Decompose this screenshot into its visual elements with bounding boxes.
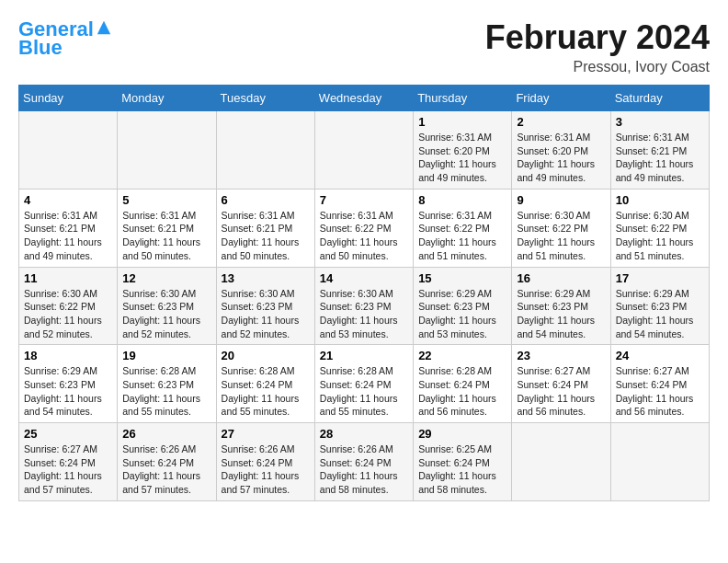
- day-info: Sunrise: 6:30 AM Sunset: 6:22 PM Dayligh…: [517, 209, 605, 263]
- page-header: General Blue February 2024 Pressou, Ivor…: [18, 18, 710, 75]
- header-row: SundayMondayTuesdayWednesdayThursdayFrid…: [19, 86, 710, 111]
- calendar-cell: 5Sunrise: 6:31 AM Sunset: 6:21 PM Daylig…: [118, 189, 216, 267]
- title-block: February 2024 Pressou, Ivory Coast: [485, 18, 710, 75]
- day-info: Sunrise: 6:29 AM Sunset: 6:23 PM Dayligh…: [418, 287, 506, 341]
- header-cell-friday: Friday: [512, 86, 610, 111]
- day-number: 23: [517, 349, 605, 362]
- calendar-cell: 14Sunrise: 6:30 AM Sunset: 6:23 PM Dayli…: [314, 267, 413, 345]
- header-cell-wednesday: Wednesday: [314, 86, 413, 111]
- day-number: 1: [418, 115, 506, 129]
- day-info: Sunrise: 6:25 AM Sunset: 6:24 PM Dayligh…: [418, 442, 506, 497]
- day-number: 3: [616, 115, 704, 129]
- day-number: 16: [517, 271, 605, 285]
- calendar-cell: 27Sunrise: 6:26 AM Sunset: 6:24 PM Dayli…: [216, 423, 314, 501]
- day-number: 29: [418, 427, 506, 441]
- day-info: Sunrise: 6:31 AM Sunset: 6:20 PM Dayligh…: [418, 131, 506, 185]
- day-info: Sunrise: 6:30 AM Sunset: 6:23 PM Dayligh…: [222, 287, 310, 341]
- svg-marker-0: [97, 21, 110, 34]
- calendar-week-1: 4Sunrise: 6:31 AM Sunset: 6:21 PM Daylig…: [19, 189, 710, 267]
- day-info: Sunrise: 6:26 AM Sunset: 6:24 PM Dayligh…: [320, 442, 408, 497]
- calendar-cell: 18Sunrise: 6:29 AM Sunset: 6:23 PM Dayli…: [19, 345, 118, 423]
- calendar-cell: 10Sunrise: 6:30 AM Sunset: 6:22 PM Dayli…: [610, 189, 709, 267]
- calendar-cell: 17Sunrise: 6:29 AM Sunset: 6:23 PM Dayli…: [610, 267, 709, 345]
- calendar-cell: 11Sunrise: 6:30 AM Sunset: 6:22 PM Dayli…: [19, 267, 118, 345]
- calendar-cell: 21Sunrise: 6:28 AM Sunset: 6:24 PM Dayli…: [314, 345, 413, 423]
- day-number: 15: [418, 271, 506, 285]
- calendar-cell: [118, 111, 216, 190]
- calendar-cell: [610, 423, 709, 501]
- day-number: 25: [24, 427, 112, 441]
- calendar-cell: 29Sunrise: 6:25 AM Sunset: 6:24 PM Dayli…: [414, 423, 512, 501]
- day-number: 19: [122, 349, 210, 362]
- day-info: Sunrise: 6:31 AM Sunset: 6:21 PM Dayligh…: [222, 209, 310, 263]
- calendar-cell: 19Sunrise: 6:28 AM Sunset: 6:23 PM Dayli…: [118, 345, 216, 423]
- calendar-week-4: 25Sunrise: 6:27 AM Sunset: 6:24 PM Dayli…: [19, 423, 710, 501]
- calendar-header: SundayMondayTuesdayWednesdayThursdayFrid…: [19, 86, 710, 111]
- calendar-table: SundayMondayTuesdayWednesdayThursdayFrid…: [18, 85, 710, 501]
- day-info: Sunrise: 6:31 AM Sunset: 6:21 PM Dayligh…: [122, 209, 210, 263]
- day-info: Sunrise: 6:31 AM Sunset: 6:21 PM Dayligh…: [24, 209, 112, 263]
- calendar-cell: 4Sunrise: 6:31 AM Sunset: 6:21 PM Daylig…: [19, 189, 118, 267]
- day-number: 9: [517, 193, 605, 207]
- day-info: Sunrise: 6:26 AM Sunset: 6:24 PM Dayligh…: [122, 442, 210, 497]
- header-cell-sunday: Sunday: [19, 86, 118, 111]
- day-info: Sunrise: 6:28 AM Sunset: 6:24 PM Dayligh…: [222, 364, 310, 419]
- calendar-cell: 22Sunrise: 6:28 AM Sunset: 6:24 PM Dayli…: [414, 345, 512, 423]
- day-number: 20: [222, 349, 310, 362]
- day-info: Sunrise: 6:29 AM Sunset: 6:23 PM Dayligh…: [517, 287, 605, 341]
- day-info: Sunrise: 6:31 AM Sunset: 6:20 PM Dayligh…: [517, 131, 605, 185]
- day-number: 2: [517, 115, 605, 129]
- day-number: 21: [320, 349, 408, 362]
- day-info: Sunrise: 6:27 AM Sunset: 6:24 PM Dayligh…: [616, 364, 704, 419]
- calendar-cell: 24Sunrise: 6:27 AM Sunset: 6:24 PM Dayli…: [610, 345, 709, 423]
- calendar-cell: 28Sunrise: 6:26 AM Sunset: 6:24 PM Dayli…: [314, 423, 413, 501]
- calendar-week-2: 11Sunrise: 6:30 AM Sunset: 6:22 PM Dayli…: [19, 267, 710, 345]
- day-info: Sunrise: 6:28 AM Sunset: 6:24 PM Dayligh…: [418, 364, 506, 419]
- day-number: 4: [24, 193, 112, 207]
- day-number: 5: [122, 193, 210, 207]
- header-cell-monday: Monday: [118, 86, 216, 111]
- day-info: Sunrise: 6:30 AM Sunset: 6:23 PM Dayligh…: [122, 287, 210, 341]
- calendar-cell: 16Sunrise: 6:29 AM Sunset: 6:23 PM Dayli…: [512, 267, 610, 345]
- day-info: Sunrise: 6:26 AM Sunset: 6:24 PM Dayligh…: [222, 442, 310, 497]
- day-number: 22: [418, 349, 506, 362]
- day-number: 8: [418, 193, 506, 207]
- day-info: Sunrise: 6:27 AM Sunset: 6:24 PM Dayligh…: [24, 442, 112, 497]
- day-number: 28: [320, 427, 408, 441]
- calendar-cell: 6Sunrise: 6:31 AM Sunset: 6:21 PM Daylig…: [216, 189, 314, 267]
- calendar-week-3: 18Sunrise: 6:29 AM Sunset: 6:23 PM Dayli…: [19, 345, 710, 423]
- day-info: Sunrise: 6:28 AM Sunset: 6:23 PM Dayligh…: [122, 364, 210, 419]
- calendar-cell: [512, 423, 610, 501]
- calendar-cell: 7Sunrise: 6:31 AM Sunset: 6:22 PM Daylig…: [314, 189, 413, 267]
- calendar-cell: 8Sunrise: 6:31 AM Sunset: 6:22 PM Daylig…: [414, 189, 512, 267]
- calendar-cell: 23Sunrise: 6:27 AM Sunset: 6:24 PM Dayli…: [512, 345, 610, 423]
- calendar-cell: [314, 111, 413, 190]
- day-number: 24: [616, 349, 704, 362]
- day-number: 10: [616, 193, 704, 207]
- calendar-week-0: 1Sunrise: 6:31 AM Sunset: 6:20 PM Daylig…: [19, 111, 710, 190]
- calendar-cell: 9Sunrise: 6:30 AM Sunset: 6:22 PM Daylig…: [512, 189, 610, 267]
- day-info: Sunrise: 6:29 AM Sunset: 6:23 PM Dayligh…: [616, 287, 704, 341]
- calendar-body: 1Sunrise: 6:31 AM Sunset: 6:20 PM Daylig…: [19, 111, 710, 501]
- day-number: 11: [24, 271, 112, 285]
- subtitle: Pressou, Ivory Coast: [485, 59, 710, 75]
- day-number: 17: [616, 271, 704, 285]
- day-info: Sunrise: 6:31 AM Sunset: 6:22 PM Dayligh…: [418, 209, 506, 263]
- calendar-cell: 20Sunrise: 6:28 AM Sunset: 6:24 PM Dayli…: [216, 345, 314, 423]
- day-info: Sunrise: 6:28 AM Sunset: 6:24 PM Dayligh…: [320, 364, 408, 419]
- day-number: 26: [122, 427, 210, 441]
- day-number: 18: [24, 349, 112, 362]
- header-cell-tuesday: Tuesday: [216, 86, 314, 111]
- day-info: Sunrise: 6:31 AM Sunset: 6:21 PM Dayligh…: [616, 131, 704, 185]
- day-number: 7: [320, 193, 408, 207]
- day-info: Sunrise: 6:30 AM Sunset: 6:23 PM Dayligh…: [320, 287, 408, 341]
- logo: General Blue: [18, 18, 112, 59]
- calendar-cell: [19, 111, 118, 190]
- day-info: Sunrise: 6:30 AM Sunset: 6:22 PM Dayligh…: [616, 209, 704, 263]
- day-info: Sunrise: 6:30 AM Sunset: 6:22 PM Dayligh…: [24, 287, 112, 341]
- calendar-cell: [216, 111, 314, 190]
- calendar-cell: 15Sunrise: 6:29 AM Sunset: 6:23 PM Dayli…: [414, 267, 512, 345]
- day-info: Sunrise: 6:31 AM Sunset: 6:22 PM Dayligh…: [320, 209, 408, 263]
- calendar-cell: 25Sunrise: 6:27 AM Sunset: 6:24 PM Dayli…: [19, 423, 118, 501]
- header-cell-saturday: Saturday: [610, 86, 709, 111]
